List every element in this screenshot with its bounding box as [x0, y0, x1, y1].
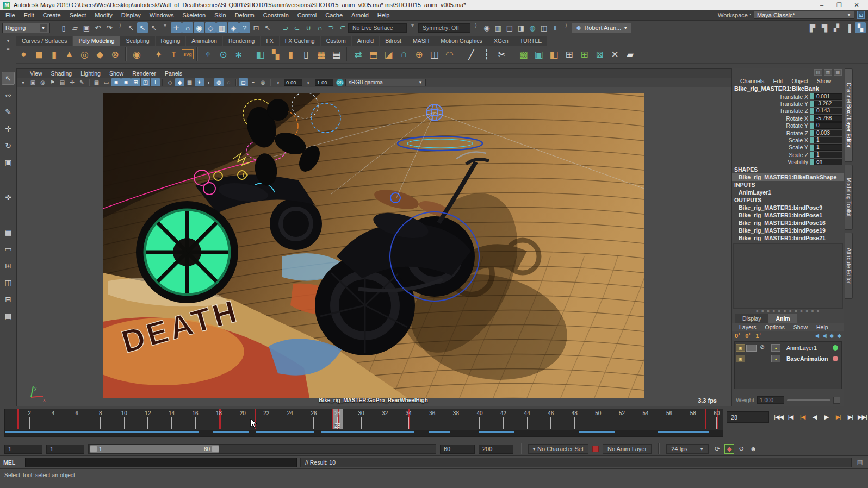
channel-speed-slow-icon[interactable]: ▤	[814, 69, 822, 76]
frame-tick[interactable]: 6	[71, 410, 83, 429]
scale-tool-button[interactable]: ▣	[2, 156, 15, 169]
step-forward-frame-button[interactable]: ▶|	[845, 412, 855, 423]
field-chart-icon[interactable]: ⊞	[131, 78, 140, 86]
layer-editor-tab[interactable]: Display	[735, 314, 768, 323]
layer-editor-menu-item[interactable]: Options	[761, 324, 789, 330]
gamma-icon[interactable]: ◐	[304, 78, 313, 86]
layer-editor-menu-item[interactable]: Show	[790, 324, 811, 330]
last-tool-used-button[interactable]: ✜	[2, 191, 15, 204]
keyed-channel-indicator[interactable]	[810, 130, 814, 136]
split-pane-layout-button[interactable]: ⊟	[2, 293, 15, 306]
keyframe-tick[interactable]	[17, 409, 19, 429]
keyed-channel-indicator[interactable]	[810, 159, 814, 165]
anim-layer-status-button[interactable]: No Anim Layer	[603, 444, 652, 454]
shelf-tab[interactable]: Rendering	[223, 36, 260, 46]
hypershade-icon[interactable]: ◍	[527, 22, 538, 33]
animation-preferences-icon[interactable]: ☻	[748, 444, 758, 454]
single-pane-layout-button[interactable]: ▭	[2, 242, 15, 255]
raise-main-window-icon[interactable]: ▛	[807, 22, 818, 33]
lasso-tool-button[interactable]: ∾	[2, 89, 15, 102]
output-node-item[interactable]: Bike_rig_MASTER1:bindPose9	[732, 204, 844, 211]
playback-start-field[interactable]: 1	[46, 445, 84, 454]
frame-tick[interactable]: 26	[308, 410, 320, 429]
shadows-icon[interactable]: ◐	[204, 78, 214, 86]
frame-tick[interactable]: 42	[498, 410, 510, 429]
attribute-value-field[interactable]: 0	[814, 122, 842, 129]
attribute-label[interactable]: Scale X	[732, 137, 810, 143]
separate-button[interactable]: ▚	[268, 47, 283, 62]
panel-menu-item[interactable]: Panels	[160, 70, 187, 77]
menu-item[interactable]: Windows	[145, 12, 178, 18]
shelf-tab[interactable]: TURTLE	[514, 36, 548, 46]
mel-label[interactable]: MEL	[3, 459, 22, 466]
panel-menu-item[interactable]: Show	[105, 70, 128, 77]
keyed-channel-indicator[interactable]	[810, 101, 814, 107]
channel-speed-fast-icon[interactable]: ▦	[834, 69, 842, 76]
super-shape-button[interactable]: ✦	[151, 47, 166, 62]
animation-end-field[interactable]: 200	[479, 445, 513, 454]
save-scene-button[interactable]: ▣	[81, 22, 92, 33]
lights-icon[interactable]: ✶	[195, 78, 204, 86]
pause-viewport-icon[interactable]: ‖	[550, 22, 561, 33]
modeling-toolkit-toggle-icon[interactable]: ▚	[855, 22, 866, 33]
target-weld-button[interactable]: ⊞	[577, 47, 592, 62]
platonic-solid-button[interactable]: ◉	[129, 47, 144, 62]
attribute-label[interactable]: Scale Z	[732, 152, 810, 158]
frame-tick[interactable]: 16	[189, 410, 201, 429]
mel-input-field[interactable]	[25, 458, 297, 467]
xray-icon[interactable]: ◻	[239, 78, 248, 86]
pan-zoom-icon[interactable]: ✛	[67, 78, 77, 86]
snap-curve-icon[interactable]: ∩	[182, 22, 193, 33]
symmetry-field[interactable]: Symmetry: Off	[418, 23, 470, 33]
frame-tick[interactable]: 10	[118, 410, 130, 429]
shelf-tab[interactable]: Poly Modeling	[73, 36, 120, 46]
rotate-tool-button[interactable]: ↻	[2, 139, 15, 152]
bevel-button[interactable]: ◪	[381, 47, 396, 62]
script-editor-icon[interactable]: ▤	[855, 458, 865, 467]
attribute-value-field[interactable]: -5.768	[814, 115, 842, 122]
sidebar-vertical-tab[interactable]: Modeling Toolkit	[845, 165, 853, 230]
layer-lock-icon[interactable]: ▣	[736, 344, 745, 352]
sculpt-button[interactable]: ◠	[442, 47, 457, 62]
extrude-button[interactable]: ⬒	[366, 47, 381, 62]
grid-toggle-icon[interactable]: ▦	[92, 78, 101, 86]
highlight-new-objects-icon[interactable]: ⊇	[326, 22, 337, 33]
layer-solo-toggle[interactable]	[746, 345, 757, 352]
weight-key-button[interactable]	[833, 397, 840, 404]
panel-splitter[interactable]: ■ ■ ■ ■ ■ ■ ■ ■ ■ ■ ■ ■	[732, 309, 844, 314]
output-node-item[interactable]: Bike_rig_MASTER1:bindPose1	[732, 211, 844, 219]
go-to-range-start-button[interactable]: |◀◀	[773, 412, 784, 423]
previous-layer-key-icon[interactable]: ◀	[815, 333, 819, 339]
wireframe-icon[interactable]: ◇	[165, 78, 175, 86]
gate-mask-icon[interactable]: ◙	[121, 78, 131, 86]
move-tool-button[interactable]: ✛	[2, 122, 15, 135]
isolate-select-icon[interactable]: ◎	[258, 78, 268, 86]
playback-speed-select[interactable]: 24 fps ▼	[666, 444, 709, 454]
layer-ghost-toggle[interactable]: ●	[771, 355, 780, 362]
shape-node-item[interactable]: Bike_rig_MASTER1:BikeBankShape	[732, 173, 844, 181]
zero-key-layers-counter[interactable]: 0+	[735, 332, 740, 339]
exposure-field[interactable]: 0.00	[284, 79, 302, 86]
menu-item[interactable]: Edit	[20, 12, 39, 18]
snap-projected-center-icon[interactable]: ◇	[205, 22, 216, 33]
shelf-menu-icon[interactable]: ≡	[7, 47, 10, 53]
channel-box-menu-item[interactable]: Object	[788, 78, 811, 84]
menu-item[interactable]: Skin	[210, 12, 230, 18]
gamma-field[interactable]: 1.00	[315, 79, 333, 86]
layer-editor-menu-item[interactable]: Help	[813, 324, 832, 330]
multi-cut-button[interactable]: ╱	[464, 47, 479, 62]
time-editor-icon[interactable]: ↺	[736, 444, 746, 454]
frame-tick[interactable]: 60	[711, 410, 723, 429]
layer-state-dot[interactable]	[833, 345, 838, 351]
reduce-button[interactable]: ▤	[329, 47, 344, 62]
outliner-toggle-button[interactable]: ▤	[2, 310, 15, 323]
workspace-select[interactable]: Maya Classic*▼	[754, 11, 854, 19]
frame-tick[interactable]: 12	[142, 410, 154, 429]
ipr-render-icon[interactable]: ▤	[504, 22, 515, 33]
raise-panels-icon[interactable]: ▜	[819, 22, 830, 33]
shelf-tab-options-icon[interactable]: ▾	[7, 37, 9, 43]
step-back-frame-button[interactable]: |◀	[785, 412, 796, 423]
play-backwards-button[interactable]: ◀	[809, 412, 820, 423]
select-tool-button[interactable]: ↖	[2, 72, 15, 85]
channel-box-menu-item[interactable]: Show	[813, 78, 835, 84]
